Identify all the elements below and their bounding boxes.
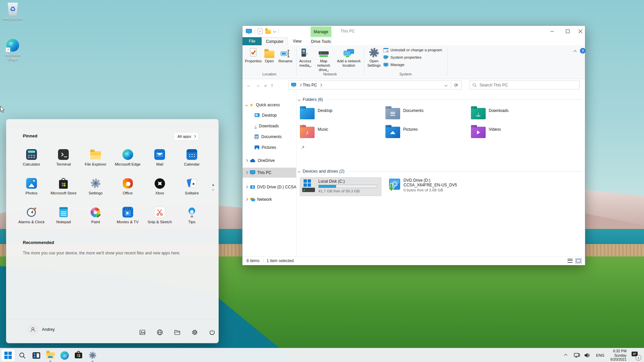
app-office[interactable]: Office xyxy=(112,177,144,206)
help-icon[interactable]: ? xyxy=(580,48,586,54)
open-button[interactable]: Open xyxy=(263,47,276,63)
titlebar[interactable]: ✓ Manage This PC xyxy=(243,26,585,37)
collapse-section-icon[interactable] xyxy=(298,98,301,101)
access-media-button[interactable]: ♪ Access media xyxy=(298,47,313,68)
taskbar-store-button[interactable] xyxy=(72,349,85,361)
close-button[interactable] xyxy=(575,26,586,37)
app-microsoft-store[interactable]: Microsoft Store xyxy=(48,177,80,206)
task-view-button[interactable] xyxy=(30,349,43,361)
app-mail[interactable]: Mail xyxy=(144,148,176,177)
nav-onedrive[interactable]: OneDrive xyxy=(243,157,296,165)
up-button[interactable]: ↑ xyxy=(271,82,273,88)
clock[interactable]: 6:32 PM Sunday 6/20/2021 xyxy=(606,349,627,362)
folder-tile-documents[interactable]: Documents xyxy=(385,106,471,125)
forward-button[interactable]: → xyxy=(256,82,260,88)
minimize-button[interactable] xyxy=(544,26,560,37)
expand-chevron-icon[interactable] xyxy=(245,186,248,188)
manage-button[interactable]: Manage xyxy=(383,61,405,68)
nav-this-pc[interactable]: This PC xyxy=(243,168,296,178)
large-icons-view-toggle[interactable] xyxy=(575,258,582,263)
folder-tile-music[interactable]: ♪ Music xyxy=(300,125,385,143)
recent-locations-icon[interactable] xyxy=(264,84,267,86)
rename-button[interactable]: Rename xyxy=(277,47,294,63)
app-paint[interactable]: Paint xyxy=(79,206,112,235)
pictures-folder-button[interactable] xyxy=(137,326,148,338)
drive-tile-local-disk[interactable]: Local Disk (C:) 41.7 GB free of 59.3 GB xyxy=(300,177,381,196)
volume-tray-icon[interactable] xyxy=(584,349,590,362)
desktop-icon-microsoft-edge[interactable]: ↗ Microsoft Edge xyxy=(0,39,25,61)
all-apps-button[interactable]: All apps xyxy=(174,132,199,141)
section-devices[interactable]: Devices and drives (2) xyxy=(298,169,582,174)
breadcrumb[interactable]: This PC xyxy=(303,83,317,87)
properties-button[interactable]: Properties xyxy=(245,47,262,63)
app-tips[interactable]: Tips xyxy=(176,206,208,235)
folder-tile-downloads[interactable]: ↓ Downloads xyxy=(471,106,556,125)
section-folders[interactable]: Folders (6) xyxy=(298,97,582,102)
expand-chevron-icon[interactable] xyxy=(245,198,248,201)
uninstall-program-button[interactable]: Uninstall or change a program xyxy=(383,47,442,53)
search-input[interactable] xyxy=(479,82,579,88)
folder-tile-desktop[interactable]: Desktop xyxy=(300,106,385,125)
start-button[interactable] xyxy=(1,349,15,361)
qat-new-folder-icon[interactable] xyxy=(265,30,271,34)
app-calendar[interactable]: Calendar xyxy=(176,148,208,177)
tab-drive-tools[interactable]: Drive Tools xyxy=(311,37,331,45)
refresh-icon[interactable]: ⟳ xyxy=(454,82,458,88)
folder-tile-videos[interactable]: Videos xyxy=(471,125,556,143)
expand-chevron-icon[interactable] xyxy=(245,104,248,106)
tab-file[interactable]: File xyxy=(243,37,262,45)
open-settings-button[interactable]: Open Settings xyxy=(366,47,382,68)
app-snip-sketch[interactable]: Snip & Sketch xyxy=(144,206,176,235)
qat-customize-icon[interactable] xyxy=(273,30,276,33)
nav-dvd-drive[interactable]: DVD Drive (D:) CCSA xyxy=(243,183,296,191)
web-browser-button[interactable] xyxy=(154,326,165,338)
nav-quick-access[interactable]: ★ Quick access xyxy=(243,101,296,109)
app-xbox[interactable]: Xbox xyxy=(144,177,176,206)
address-bar[interactable]: This PC ⟳ xyxy=(288,80,462,89)
taskbar-edge-button[interactable] xyxy=(58,349,71,361)
tray-chevron-button[interactable] xyxy=(565,348,567,362)
app-movies-tv[interactable]: Movies & TV xyxy=(112,206,144,235)
maximize-button[interactable] xyxy=(560,26,575,37)
breadcrumb-chevron-icon[interactable] xyxy=(299,84,302,86)
app-settings[interactable]: Settings xyxy=(79,177,112,206)
taskbar-file-explorer-button[interactable] xyxy=(44,349,57,361)
add-network-location-button[interactable]: Add a network location xyxy=(335,47,363,68)
nav-network[interactable]: Network xyxy=(243,195,296,203)
folder-tile-pictures[interactable]: Pictures xyxy=(385,125,471,143)
qat-properties-icon[interactable]: ✓ xyxy=(258,28,263,34)
system-properties-button[interactable]: System properties xyxy=(383,54,422,61)
search-box[interactable] xyxy=(470,80,580,89)
back-button[interactable]: ← xyxy=(247,82,251,88)
language-indicator[interactable]: ENG xyxy=(596,348,604,362)
app-file-explorer[interactable]: File Explorer xyxy=(79,148,112,177)
details-view-toggle[interactable] xyxy=(568,259,573,263)
breadcrumb-chevron-icon[interactable] xyxy=(319,84,322,86)
expand-chevron-icon[interactable] xyxy=(245,171,248,174)
file-explorer-button[interactable] xyxy=(171,326,183,338)
app-microsoft-edge[interactable]: Microsoft Edge xyxy=(112,148,144,177)
settings-button[interactable] xyxy=(189,326,200,338)
tab-computer[interactable]: Computer xyxy=(262,37,288,45)
collapse-section-icon[interactable] xyxy=(298,170,301,173)
manage-contextual-header[interactable]: Manage xyxy=(311,26,331,37)
app-solitaire[interactable]: ♠ Solitaire xyxy=(176,177,208,206)
app-calculator[interactable]: Calculator xyxy=(15,148,48,177)
map-network-drive-button[interactable]: Map network drive xyxy=(314,47,334,72)
notification-center-button[interactable]: 1 xyxy=(631,351,640,360)
pinned-pagination-dots[interactable] xyxy=(212,184,214,191)
collapse-ribbon-icon[interactable] xyxy=(574,50,577,54)
app-terminal[interactable]: Terminal xyxy=(48,148,80,177)
taskbar-search-button[interactable] xyxy=(15,349,29,361)
power-button[interactable] xyxy=(206,326,218,338)
tab-view[interactable]: View xyxy=(288,37,307,45)
address-dropdown-icon[interactable] xyxy=(445,84,447,86)
app-alarms-clock[interactable]: Alarms & Clock xyxy=(15,206,48,235)
desktop-icon-recycle-bin[interactable]: ♻ Recycle Bin xyxy=(0,3,25,21)
network-tray-icon[interactable] xyxy=(574,349,580,362)
app-photos[interactable]: Photos xyxy=(15,177,48,206)
expand-chevron-icon[interactable] xyxy=(245,159,248,162)
user-profile-button[interactable]: Andrey xyxy=(27,324,55,335)
drive-tile-dvd[interactable]: DVD Drive (D:) CCSA_X64FRE_EN-US_DV5 0 b… xyxy=(385,177,467,196)
app-notepad[interactable]: Notepad xyxy=(48,206,80,235)
